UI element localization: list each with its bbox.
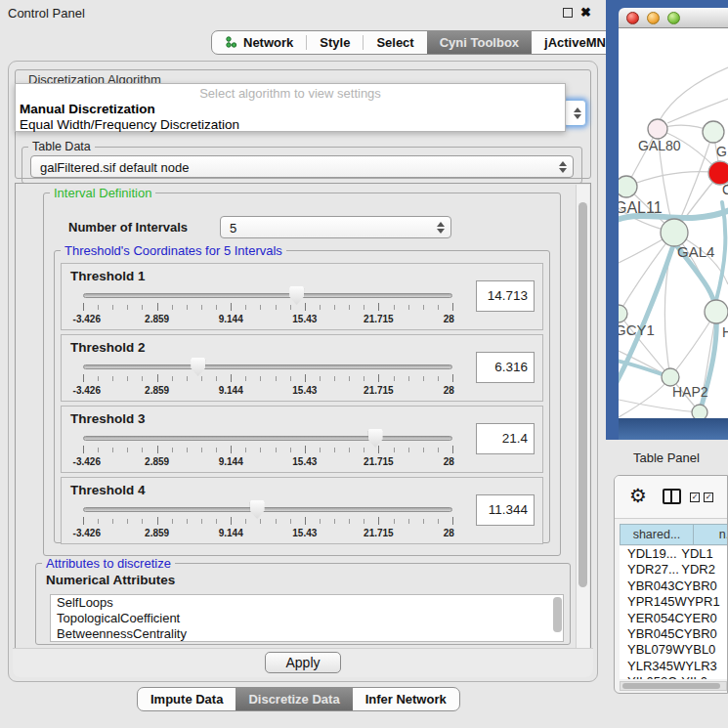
tab-network[interactable]: Network <box>212 31 306 54</box>
threshold-1-value-field[interactable]: 14.713 <box>476 280 535 312</box>
scrollbar-thumb[interactable] <box>578 202 587 587</box>
cell: YLR345W <box>620 659 685 674</box>
cell: YER0 <box>684 611 727 626</box>
threshold-1-slider[interactable]: -3.426 2.859 9.144 15.43 21.715 28 <box>83 285 452 328</box>
minimize-traffic-light[interactable] <box>647 12 660 24</box>
threshold-2-slider[interactable]: -3.426 2.859 9.144 15.43 21.715 28 <box>83 357 452 400</box>
scrollbar-thumb[interactable] <box>622 683 720 689</box>
threshold-3-value-field[interactable]: 21.4 <box>476 423 535 454</box>
slider-track[interactable] <box>83 364 452 369</box>
table-row[interactable]: YBR045CYBR0 <box>620 626 727 642</box>
threshold-2-panel: Threshold 2 6.316 -3.426 2.859 9.144 15.… <box>61 334 543 402</box>
slider-track[interactable] <box>83 293 452 298</box>
tab-cyni-toolbox[interactable]: Cyni Toolbox <box>427 31 532 54</box>
list-item[interactable]: TopologicalCoefficient <box>51 611 563 626</box>
table-data-combo[interactable]: galFiltered.sif default node <box>30 155 574 178</box>
tick-label: 15.43 <box>292 314 317 324</box>
panel-scrollbar[interactable] <box>576 185 589 652</box>
node-label-hap2: HAP2 <box>672 384 708 400</box>
dropdown-option-equal-width-frequency[interactable]: Equal Width/Frequency Discretization <box>16 116 565 132</box>
slider-minor-ticks <box>83 519 452 524</box>
number-of-intervals-label: Number of Intervals <box>68 220 188 235</box>
threshold-2-label: Threshold 2 <box>70 340 146 355</box>
split-columns-icon[interactable] <box>663 489 681 504</box>
algorithm-combo-fragment[interactable] <box>563 100 586 126</box>
screen: Control Panel ✖ Network Style Select Cyn… <box>0 0 728 728</box>
slider-thumb[interactable] <box>368 429 383 448</box>
list-item[interactable]: SelfLoops <box>51 595 563 611</box>
cell: YPR1 <box>687 594 727 610</box>
number-of-intervals-combo[interactable]: 5 <box>220 216 451 238</box>
tab-cyni-toolbox-label: Cyni Toolbox <box>440 31 519 54</box>
threshold-2-value-field[interactable]: 6.316 <box>476 352 535 383</box>
table-horizontal-scrollbar[interactable] <box>620 681 727 691</box>
tick-label: 15.43 <box>292 385 317 396</box>
network-window-bottom-frame <box>619 418 728 440</box>
panel-title: Control Panel <box>8 6 85 21</box>
major-tick <box>157 303 158 311</box>
major-tick <box>157 446 158 453</box>
tab-impute-data[interactable]: Impute Data <box>138 688 236 710</box>
major-tick <box>231 517 232 525</box>
tick-label: 21.715 <box>364 314 394 324</box>
table-row[interactable]: YBR043CYBR0 <box>620 578 727 594</box>
cell: YLR3 <box>685 659 727 674</box>
major-tick <box>83 374 84 382</box>
network-window-titlebar[interactable] <box>619 8 728 28</box>
float-window-icon[interactable] <box>563 8 573 18</box>
tab-style[interactable]: Style <box>307 31 363 54</box>
slider-thumb[interactable] <box>250 500 265 519</box>
table-row[interactable]: YDR27...YDR2 <box>620 562 727 578</box>
slider-thumb[interactable] <box>191 358 205 376</box>
table-row[interactable]: YLR345WYLR3 <box>620 659 727 674</box>
slider-thumb[interactable] <box>289 286 304 305</box>
column-header-shared[interactable]: shared... <box>620 524 694 545</box>
tick-label: 21.715 <box>364 385 394 396</box>
dropdown-option-manual-discretization[interactable]: Manual Discretization <box>16 101 565 116</box>
cell: YIL0 <box>681 674 727 679</box>
close-icon[interactable]: ✖ <box>580 5 591 20</box>
tick-label: 28 <box>444 385 454 396</box>
cell: YDL1 <box>681 546 727 562</box>
tick-label: 2.859 <box>145 314 169 324</box>
tab-network-label: Network <box>243 31 293 54</box>
zoom-traffic-light[interactable] <box>667 12 680 24</box>
major-tick <box>452 517 453 525</box>
list-scrollbar[interactable] <box>553 597 562 632</box>
gear-icon[interactable]: ⚙ <box>629 484 647 507</box>
table-row[interactable]: YPR145WYPR1 <box>620 594 727 610</box>
checkbox-icon[interactable]: ✓ <box>704 492 713 502</box>
threshold-3-label: Threshold 3 <box>70 411 146 426</box>
threshold-4-value-field[interactable]: 11.344 <box>476 494 535 526</box>
tab-select[interactable]: Select <box>364 31 426 54</box>
slider-track[interactable] <box>83 436 452 441</box>
threshold-4-panel: Threshold 4 11.344 -3.426 2.859 9.144 15… <box>61 477 543 544</box>
tick-label: 21.715 <box>364 528 394 538</box>
numerical-attributes-list[interactable]: SelfLoops TopologicalCoefficient Between… <box>50 594 564 642</box>
close-traffic-light[interactable] <box>626 12 639 24</box>
apply-button[interactable]: Apply <box>265 652 340 673</box>
table-row[interactable]: YBL079WYBL0 <box>620 642 727 658</box>
tick-label: 21.715 <box>364 456 394 467</box>
table-row[interactable]: YDL19...YDL1 <box>620 546 727 562</box>
checkbox-icon[interactable]: ✓ <box>690 492 700 502</box>
tab-select-label: Select <box>376 31 413 54</box>
tick-label: 15.43 <box>292 528 317 538</box>
threshold-3-slider[interactable]: -3.426 2.859 9.144 15.43 21.715 28 <box>83 428 452 471</box>
table-data-group: Table Data galFiltered.sif default node <box>21 147 582 184</box>
tick-label: -3.426 <box>73 314 101 324</box>
threshold-4-slider[interactable]: -3.426 2.859 9.144 15.43 21.715 28 <box>83 499 452 542</box>
tab-discretize-data[interactable]: Discretize Data <box>236 688 352 710</box>
list-item[interactable]: BetweennessCentrality <box>51 626 563 642</box>
table-panel-title: Table Panel <box>633 450 700 465</box>
table-row[interactable]: YIL052CYIL0 <box>620 674 727 679</box>
tab-infer-network[interactable]: Infer Network <box>353 688 459 710</box>
table-row[interactable]: YER054CYER0 <box>620 611 727 626</box>
network-canvas[interactable]: GAL80 G. C GAL11 GAL4 GCY1 H HAP2 <box>619 28 728 418</box>
column-header-name[interactable]: n... <box>694 524 728 545</box>
slider-track[interactable] <box>83 507 452 512</box>
node-label-gal11: GAL11 <box>619 199 663 216</box>
cell: YPR145W <box>620 594 687 610</box>
apply-strip: Apply <box>13 648 593 677</box>
major-tick <box>231 374 232 382</box>
